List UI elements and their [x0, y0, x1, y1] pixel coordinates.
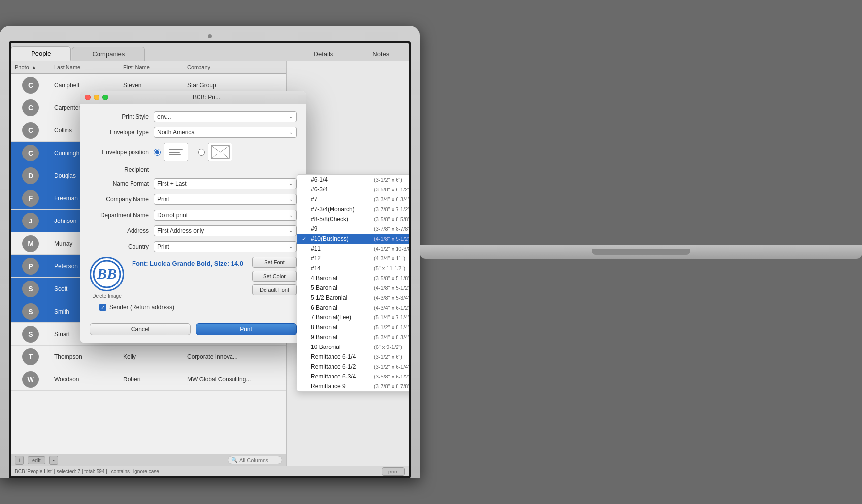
cell-photo: C: [11, 77, 50, 94]
svg-line-4: [223, 154, 229, 158]
filter-case[interactable]: ignore case: [133, 469, 159, 474]
print-dialog-button[interactable]: Print: [196, 323, 297, 335]
tab-people[interactable]: People: [11, 46, 71, 61]
dropdown-item[interactable]: 9 Baronial (5-3/4" x 8-3/4"): [297, 332, 409, 342]
dropdown-item[interactable]: #7 (3-3/4" x 6-3/4"): [297, 194, 409, 204]
tab-companies[interactable]: Companies: [72, 47, 145, 61]
table-row[interactable]: W Woodson Robert MW Global Consulting...: [11, 368, 286, 391]
dropdown-item[interactable]: #9 (3-7/8" x 8-7/8"): [297, 224, 409, 234]
dropdown-item[interactable]: #7-3/4(Monarch) (3-7/8" x 7-1/2"): [297, 204, 409, 214]
sort-arrow-icon: ▲: [32, 65, 36, 70]
dropdown-item[interactable]: #12 (4-3/4" x 11"): [297, 253, 409, 263]
filter-contains[interactable]: contains: [111, 469, 130, 474]
dropdown-item-name: 5 1/2 Baronial: [311, 294, 370, 301]
close-button[interactable]: [85, 94, 91, 100]
dropdown-item-name: 9 Baronial: [311, 334, 370, 341]
dropdown-item[interactable]: #11 (4-1/2" x 10-3/8"): [297, 244, 409, 253]
department-name-label: Department Name: [90, 212, 154, 219]
sender-checkbox[interactable]: ✓: [99, 304, 106, 311]
dropdown-item-size: (3-1/2" x 6"): [374, 177, 402, 183]
department-name-select[interactable]: Do not print ⌄: [154, 210, 297, 220]
dropdown-item[interactable]: 5 1/2 Baronial (4-3/8" x 5-3/4"): [297, 293, 409, 303]
dropdown-item[interactable]: 10 Baronial (6" x 9-1/2"): [297, 342, 409, 352]
cell-photo: T: [11, 348, 50, 365]
minimize-button[interactable]: [94, 94, 99, 100]
cell-photo: D: [11, 167, 50, 184]
tab-bar: People Companies Details Notes: [11, 43, 409, 61]
dropdown-item-size: (3-5/8" x 8-5/8"): [374, 216, 409, 222]
search-box[interactable]: 🔍: [228, 456, 282, 464]
print-button[interactable]: print: [382, 467, 405, 476]
cell-company: Star Group: [183, 82, 286, 89]
dropdown-item-size: (4-1/8" x 9-1/2"): [374, 236, 409, 242]
dropdown-item-size: (3-5/8" x 6-1/2"): [374, 374, 409, 379]
dropdown-item[interactable]: 6 Baronial (4-3/4" x 6-1/2"): [297, 303, 409, 313]
bottom-bar: + edit - 🔍: [11, 454, 286, 466]
avatar: T: [22, 348, 39, 365]
col-header-lastname[interactable]: Last Name: [50, 64, 119, 70]
print-style-control: env... ⌄: [154, 111, 297, 122]
default-font-button[interactable]: Default Font: [252, 284, 297, 295]
company-name-select[interactable]: Print ⌄: [154, 194, 297, 205]
dropdown-item-name: #6-1/4: [311, 176, 370, 183]
status-bar: BCB 'People List' | selected: 7 | total:…: [11, 466, 409, 476]
envelope-type-select[interactable]: North America ⌄: [154, 127, 297, 138]
name-format-label: Name Format: [90, 180, 154, 187]
cell-lastname: Thompson: [50, 353, 119, 360]
set-color-button[interactable]: Set Color: [252, 271, 297, 282]
name-format-select[interactable]: First + Last ⌄: [154, 178, 297, 189]
maximize-button[interactable]: [102, 94, 108, 100]
set-font-button[interactable]: Set Font: [252, 257, 297, 268]
chevron-down-icon-5: ⌄: [289, 213, 293, 218]
dropdown-item[interactable]: 8 Baronial (5-1/2" x 8-1/4"): [297, 322, 409, 332]
cell-company: MW Global Consulting...: [183, 376, 286, 383]
sender-label: Sender (Return address): [109, 304, 174, 311]
dropdown-item[interactable]: 5 Baronial (4-1/8" x 5-1/2"): [297, 283, 409, 293]
cell-company: Corporate Innova...: [183, 353, 286, 360]
camera-dot: [208, 34, 212, 38]
print-style-select[interactable]: env... ⌄: [154, 111, 297, 122]
address-select[interactable]: First Address only ⌄: [154, 225, 297, 236]
dropdown-item[interactable]: Remittance 6-1/4 (3-1/2" x 6"): [297, 352, 409, 362]
dropdown-item[interactable]: Remittance 6-3/4 (3-5/8" x 6-1/2"): [297, 372, 409, 381]
tab-notes: Notes: [353, 47, 409, 61]
dropdown-item-size: (4-3/4" x 11"): [374, 255, 405, 261]
dropdown-item[interactable]: #6-3/4 (3-5/8" x 6-1/2"): [297, 185, 409, 194]
add-record-button[interactable]: +: [15, 456, 24, 465]
dropdown-item-name: 5 Baronial: [311, 284, 370, 291]
dropdown-item-size: (3-3/4" x 6-3/4"): [374, 196, 409, 202]
dropdown-item-name: #11: [311, 245, 370, 252]
col-header-photo[interactable]: Photo ▲: [11, 64, 50, 70]
country-select[interactable]: Print ⌄: [154, 241, 297, 252]
chevron-down-icon-6: ⌄: [289, 228, 293, 233]
cell-lastname: Woodson: [50, 376, 119, 383]
avatar: C: [22, 77, 39, 94]
search-input[interactable]: [239, 457, 279, 463]
cell-lastname: Campbell: [50, 82, 119, 89]
delete-image-button[interactable]: Delete Image: [92, 293, 121, 299]
col-header-firstname[interactable]: First Name: [119, 64, 183, 70]
dropdown-item[interactable]: Remittance 6-1/2 (3-1/2" x 6-1/4"): [297, 362, 409, 372]
dropdown-item-name: Remittance 6-1/4: [311, 353, 370, 360]
edit-record-button[interactable]: edit: [28, 456, 45, 464]
dropdown-item[interactable]: 4 Baronial (3-5/8" x 5-1/8"): [297, 273, 409, 283]
dropdown-item[interactable]: #8-5/8(Check) (3-5/8" x 8-5/8"): [297, 214, 409, 224]
cancel-button[interactable]: Cancel: [90, 323, 191, 335]
table-row[interactable]: T Thompson Kelly Corporate Innova...: [11, 346, 286, 368]
envelope-radio-1[interactable]: [154, 149, 161, 156]
dropdown-item-size: (5" x 11-1/2"): [374, 265, 405, 271]
remove-record-button[interactable]: -: [49, 456, 58, 465]
dropdown-item[interactable]: #14 (5" x 11-1/2"): [297, 263, 409, 273]
dropdown-item-name: #7: [311, 196, 370, 203]
sender-checkbox-row: ✓ Sender (Return address): [99, 304, 297, 311]
col-header-company[interactable]: Company: [183, 64, 286, 70]
dropdown-item[interactable]: #6-1/4 (3-1/2" x 6"): [297, 175, 409, 185]
dropdown-item[interactable]: Remittance 9 (3-7/8" x 8-7/8"): [297, 381, 409, 391]
dropdown-item[interactable]: ✓ #10(Business) (4-1/8" x 9-1/2"): [297, 234, 409, 244]
dropdown-item-name: #12: [311, 255, 370, 262]
envelope-type-row: Envelope Type North America ⌄: [90, 127, 297, 138]
dropdown-item[interactable]: 7 Baronial(Lee) (5-1/4" x 7-1/4"): [297, 313, 409, 322]
dropdown-item-size: (4-3/8" x 5-3/4"): [374, 295, 409, 301]
svg-line-1: [211, 146, 220, 152]
envelope-radio-2[interactable]: [198, 149, 205, 156]
